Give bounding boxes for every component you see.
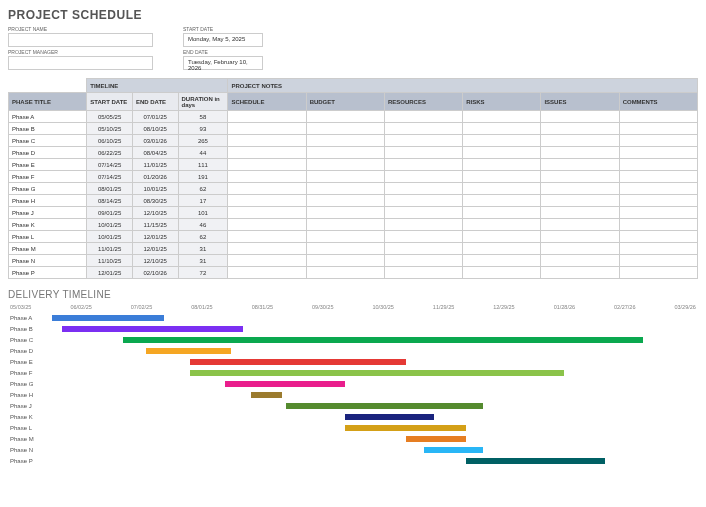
budget-cell[interactable] (306, 123, 384, 135)
risks-cell[interactable] (463, 219, 541, 231)
comments-cell[interactable] (619, 135, 697, 147)
issues-cell[interactable] (541, 231, 619, 243)
resources-cell[interactable] (384, 147, 462, 159)
schedule-cell[interactable] (228, 219, 306, 231)
schedule-cell[interactable] (228, 207, 306, 219)
comments-cell[interactable] (619, 243, 697, 255)
budget-cell[interactable] (306, 147, 384, 159)
comments-cell[interactable] (619, 255, 697, 267)
issues-cell[interactable] (541, 147, 619, 159)
schedule-cell[interactable] (228, 183, 306, 195)
schedule-cell[interactable] (228, 147, 306, 159)
schedule-cell[interactable] (228, 243, 306, 255)
comments-cell[interactable] (619, 267, 697, 279)
issues-cell[interactable] (541, 255, 619, 267)
axis-tick: 09/30/25 (312, 304, 333, 310)
budget-cell[interactable] (306, 111, 384, 123)
budget-cell[interactable] (306, 243, 384, 255)
resources-cell[interactable] (384, 255, 462, 267)
resources-cell[interactable] (384, 123, 462, 135)
phase-title-cell: Phase A (9, 111, 87, 123)
budget-cell[interactable] (306, 195, 384, 207)
risks-cell[interactable] (463, 123, 541, 135)
comments-cell[interactable] (619, 111, 697, 123)
gantt-row: Phase C (48, 334, 698, 345)
risks-cell[interactable] (463, 147, 541, 159)
comments-cell[interactable] (619, 123, 697, 135)
resources-cell[interactable] (384, 267, 462, 279)
issues-cell[interactable] (541, 123, 619, 135)
resources-cell[interactable] (384, 195, 462, 207)
end-cell: 12/10/25 (132, 207, 178, 219)
resources-cell[interactable] (384, 243, 462, 255)
start-date-label: START DATE (183, 26, 263, 32)
budget-cell[interactable] (306, 219, 384, 231)
budget-cell[interactable] (306, 267, 384, 279)
budget-cell[interactable] (306, 135, 384, 147)
risks-cell[interactable] (463, 195, 541, 207)
resources-cell[interactable] (384, 159, 462, 171)
schedule-cell[interactable] (228, 159, 306, 171)
resources-cell[interactable] (384, 135, 462, 147)
comments-cell[interactable] (619, 183, 697, 195)
issues-cell[interactable] (541, 219, 619, 231)
issues-cell[interactable] (541, 243, 619, 255)
end-cell: 02/10/26 (132, 267, 178, 279)
comments-cell[interactable] (619, 147, 697, 159)
issues-cell[interactable] (541, 267, 619, 279)
schedule-cell[interactable] (228, 171, 306, 183)
resources-cell[interactable] (384, 111, 462, 123)
resources-cell[interactable] (384, 219, 462, 231)
resources-cell[interactable] (384, 231, 462, 243)
gantt-bar (62, 326, 243, 332)
comments-cell[interactable] (619, 171, 697, 183)
comments-cell[interactable] (619, 207, 697, 219)
issues-cell[interactable] (541, 171, 619, 183)
issues-cell[interactable] (541, 207, 619, 219)
budget-cell[interactable] (306, 159, 384, 171)
risks-cell[interactable] (463, 171, 541, 183)
risks-cell[interactable] (463, 231, 541, 243)
comments-cell[interactable] (619, 195, 697, 207)
project-name-input[interactable] (8, 33, 153, 47)
risks-cell[interactable] (463, 255, 541, 267)
risks-cell[interactable] (463, 207, 541, 219)
budget-cell[interactable] (306, 207, 384, 219)
schedule-cell[interactable] (228, 231, 306, 243)
issues-cell[interactable] (541, 111, 619, 123)
resources-cell[interactable] (384, 207, 462, 219)
schedule-cell[interactable] (228, 123, 306, 135)
end-cell: 12/01/25 (132, 231, 178, 243)
comments-cell[interactable] (619, 219, 697, 231)
end-date-value: Tuesday, February 10, 2026 (183, 56, 263, 70)
risks-cell[interactable] (463, 111, 541, 123)
table-row: Phase C06/10/2503/01/26265 (9, 135, 698, 147)
budget-cell[interactable] (306, 231, 384, 243)
schedule-cell[interactable] (228, 267, 306, 279)
comments-cell[interactable] (619, 159, 697, 171)
schedule-cell[interactable] (228, 135, 306, 147)
risks-cell[interactable] (463, 159, 541, 171)
risks-cell[interactable] (463, 267, 541, 279)
budget-cell[interactable] (306, 183, 384, 195)
issues-cell[interactable] (541, 135, 619, 147)
resources-cell[interactable] (384, 183, 462, 195)
axis-tick: 02/27/26 (614, 304, 635, 310)
issues-cell[interactable] (541, 195, 619, 207)
budget-cell[interactable] (306, 255, 384, 267)
risks-cell[interactable] (463, 243, 541, 255)
comments-cell[interactable] (619, 231, 697, 243)
schedule-cell[interactable] (228, 111, 306, 123)
schedule-cell[interactable] (228, 195, 306, 207)
project-name-label: PROJECT NAME (8, 26, 153, 32)
risks-cell[interactable] (463, 183, 541, 195)
budget-cell[interactable] (306, 171, 384, 183)
project-manager-input[interactable] (8, 56, 153, 70)
issues-cell[interactable] (541, 159, 619, 171)
risks-cell[interactable] (463, 135, 541, 147)
issues-cell[interactable] (541, 183, 619, 195)
resources-cell[interactable] (384, 171, 462, 183)
phase-title-cell: Phase N (9, 255, 87, 267)
table-row: Phase P12/01/2502/10/2672 (9, 267, 698, 279)
schedule-cell[interactable] (228, 255, 306, 267)
